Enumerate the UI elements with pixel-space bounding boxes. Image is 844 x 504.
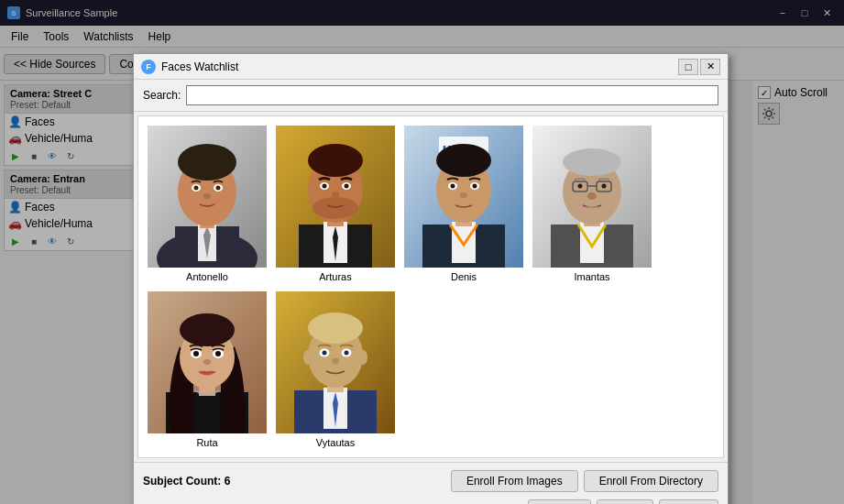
face-label-vytautas: Vytautas: [316, 437, 355, 448]
faces-grid: Antonello: [148, 126, 714, 448]
face-image-denis: MOSIP: [404, 126, 523, 268]
face-item-vytautas[interactable]: Vytautas: [276, 291, 395, 448]
face-item-imantas[interactable]: Imantas: [532, 126, 652, 282]
svg-point-24: [323, 184, 327, 189]
svg-point-60: [193, 351, 199, 356]
modal-title-text: Faces Watchlist: [161, 60, 238, 73]
clear-button[interactable]: Clear: [597, 499, 654, 504]
faces-watchlist-dialog: F Faces Watchlist □ ✕ Search:: [133, 53, 729, 504]
face-label-antonello: Antonello: [186, 271, 228, 282]
svg-point-50: [602, 184, 607, 189]
search-bar: Search:: [134, 80, 728, 112]
svg-point-25: [345, 184, 349, 189]
svg-point-76: [332, 358, 339, 365]
svg-point-69: [308, 312, 363, 344]
svg-point-8: [178, 144, 236, 181]
close-dialog-button[interactable]: Close: [659, 499, 718, 504]
svg-point-52: [575, 206, 608, 221]
svg-point-45: [563, 148, 621, 176]
face-label-denis: Denis: [451, 271, 477, 282]
face-label-imantas: Imantas: [574, 271, 609, 282]
vytautas-avatar-svg: [276, 291, 395, 433]
svg-point-38: [473, 184, 477, 189]
modal-bottom-top-row: Subject Count: 6 Enroll From Images Enro…: [143, 470, 718, 492]
svg-point-34: [436, 144, 491, 177]
face-image-ruta: [148, 291, 267, 433]
svg-point-62: [203, 359, 211, 365]
modal-title-icon: F: [141, 60, 156, 74]
imantas-avatar-svg: [532, 126, 652, 268]
delete-button[interactable]: Delete: [528, 499, 591, 504]
modal-bottom-bottom-row: Delete Clear Close: [143, 499, 718, 504]
svg-point-21: [312, 197, 358, 219]
denis-avatar-svg: MOSIP: [404, 126, 523, 268]
face-item-ruta[interactable]: Ruta: [148, 291, 267, 448]
face-item-denis[interactable]: MOSIP: [404, 126, 523, 282]
antonello-avatar-svg: [148, 126, 267, 268]
modal-title-left: F Faces Watchlist: [141, 60, 238, 74]
faces-grid-container: Antonello: [137, 115, 724, 458]
modal-bottom: Subject Count: 6 Enroll From Images Enro…: [134, 462, 728, 504]
svg-point-37: [451, 184, 455, 189]
svg-point-11: [194, 186, 199, 191]
modal-title-controls: □ ✕: [678, 59, 720, 75]
face-image-arturas: [276, 126, 395, 268]
enroll-from-directory-button[interactable]: Enroll From Directory: [584, 470, 718, 492]
subject-count: Subject Count: 6: [143, 475, 230, 488]
search-label: Search:: [143, 89, 181, 102]
svg-point-12: [216, 186, 221, 191]
svg-point-39: [460, 192, 467, 198]
svg-point-61: [215, 351, 221, 356]
svg-point-74: [323, 351, 327, 356]
svg-point-26: [332, 192, 339, 199]
svg-rect-42: [580, 222, 604, 263]
svg-point-51: [587, 192, 597, 200]
enroll-from-images-button[interactable]: Enroll From Images: [451, 470, 578, 492]
ruta-avatar-svg: [148, 291, 267, 433]
svg-point-20: [308, 144, 363, 177]
svg-point-70: [303, 350, 312, 365]
enroll-buttons: Enroll From Images Enroll From Directory: [451, 470, 718, 492]
arturas-avatar-svg: [276, 126, 395, 268]
svg-point-75: [345, 351, 349, 356]
svg-point-57: [180, 313, 235, 346]
face-label-ruta: Ruta: [196, 437, 217, 448]
modal-maximize-button[interactable]: □: [678, 59, 698, 75]
modal-overlay: F Faces Watchlist □ ✕ Search:: [0, 0, 844, 504]
svg-point-71: [358, 350, 367, 365]
face-item-arturas[interactable]: Arturas: [276, 126, 395, 282]
svg-point-13: [203, 193, 211, 199]
face-image-antonello: [148, 126, 267, 268]
face-label-arturas: Arturas: [319, 271, 351, 282]
search-input[interactable]: [186, 85, 718, 105]
modal-close-button[interactable]: ✕: [700, 59, 720, 75]
face-image-imantas: [532, 126, 652, 268]
face-item-antonello[interactable]: Antonello: [148, 126, 267, 282]
modal-title-bar: F Faces Watchlist □ ✕: [134, 54, 728, 80]
face-image-vytautas: [276, 291, 395, 433]
svg-point-49: [578, 184, 583, 189]
